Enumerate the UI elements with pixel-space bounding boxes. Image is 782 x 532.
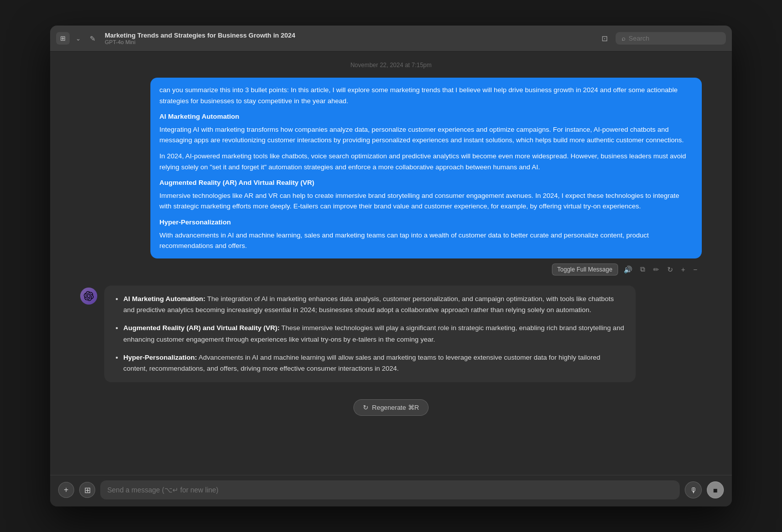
attach-button[interactable]: ⊞	[79, 482, 95, 498]
bullet-1-title: AI Marketing Automation:	[123, 295, 206, 303]
regenerate-label: Regenerate ⌘R	[372, 404, 419, 411]
minus-button[interactable]: −	[691, 264, 700, 275]
search-input[interactable]	[629, 35, 709, 42]
ai-bullet-2: Augmented Reality (AR) and Virtual Reali…	[123, 323, 626, 345]
plus-button[interactable]: +	[679, 264, 688, 275]
copy-button[interactable]: ⧉	[638, 263, 648, 275]
user-bubble: can you summarize this into 3 bullet poi…	[150, 78, 702, 258]
ai-bullet-list: AI Marketing Automation: The integration…	[114, 294, 626, 375]
ai-bullet-3: Hyper-Personalization: Advancements in A…	[123, 352, 626, 375]
sidebar-toggle-button[interactable]: ⊞	[56, 32, 70, 45]
regenerate-icon: ↻	[363, 404, 368, 411]
avatar	[80, 288, 97, 305]
app-window: ⊞ ⌄ ✎ Marketing Trends and Strategies fo…	[50, 26, 732, 506]
search-icon: ⌕	[622, 35, 626, 42]
section-body-1: Integrating AI with marketing transforms…	[159, 124, 693, 146]
toggle-full-message-button[interactable]: Toggle Full Message	[552, 263, 618, 276]
input-area: + ⊞ 🎙 ■	[50, 475, 732, 506]
user-message-container: can you summarize this into 3 bullet poi…	[80, 78, 702, 258]
edit-message-button[interactable]: ✏	[651, 264, 662, 275]
section-title-2: Augmented Reality (AR) And Virtual Reali…	[159, 177, 693, 188]
search-bar[interactable]: ⌕	[616, 32, 726, 45]
section-title-1: AI Marketing Automation	[159, 111, 693, 122]
add-button[interactable]: +	[58, 482, 74, 498]
model-name: GPT-4o Mini	[105, 39, 135, 45]
title-bar: ⊞ ⌄ ✎ Marketing Trends and Strategies fo…	[50, 26, 732, 52]
ai-message-container: AI Marketing Automation: The integration…	[80, 286, 702, 383]
message-input[interactable]	[107, 486, 673, 494]
message-input-wrap	[100, 480, 680, 499]
bullet-3-title: Hyper-Personalization:	[123, 354, 197, 361]
bullet-2-title: Augmented Reality (AR) and Virtual Reali…	[123, 324, 280, 332]
chevron-button[interactable]: ⌄	[74, 33, 83, 44]
refresh-button[interactable]: ↻	[665, 264, 676, 275]
title-info: Marketing Trends and Strategies for Busi…	[105, 32, 347, 45]
mic-button[interactable]: 🎙	[685, 481, 702, 498]
speaker-button[interactable]: 🔊	[621, 264, 635, 275]
user-prompt: can you summarize this into 3 bullet poi…	[159, 85, 693, 106]
chat-area: November 22, 2024 at 7:15pm can you summ…	[50, 52, 732, 475]
panel-toggle-button[interactable]: ⊡	[598, 32, 612, 46]
section-body-3: Immersive technologies like AR and VR ca…	[159, 190, 693, 212]
section-body-4: With advancements in AI and machine lear…	[159, 230, 693, 251]
sidebar-icon: ⊞	[60, 35, 66, 42]
regenerate-area: ↻ Regenerate ⌘R	[80, 394, 702, 426]
conversation-title: Marketing Trends and Strategies for Busi…	[105, 32, 295, 39]
timestamp: November 22, 2024 at 7:15pm	[80, 62, 702, 69]
edit-button[interactable]: ✎	[87, 33, 99, 45]
ai-response-content: AI Marketing Automation: The integration…	[104, 286, 636, 383]
ai-bullet-1: AI Marketing Automation: The integration…	[123, 294, 626, 316]
message-actions: Toggle Full Message 🔊 ⧉ ✏ ↻ + −	[80, 260, 702, 279]
stop-button[interactable]: ■	[707, 481, 724, 498]
section-body-2: In 2024, AI-powered marketing tools like…	[159, 151, 693, 172]
regenerate-button[interactable]: ↻ Regenerate ⌘R	[353, 399, 429, 416]
section-title-3: Hyper-Personalization	[159, 217, 693, 228]
